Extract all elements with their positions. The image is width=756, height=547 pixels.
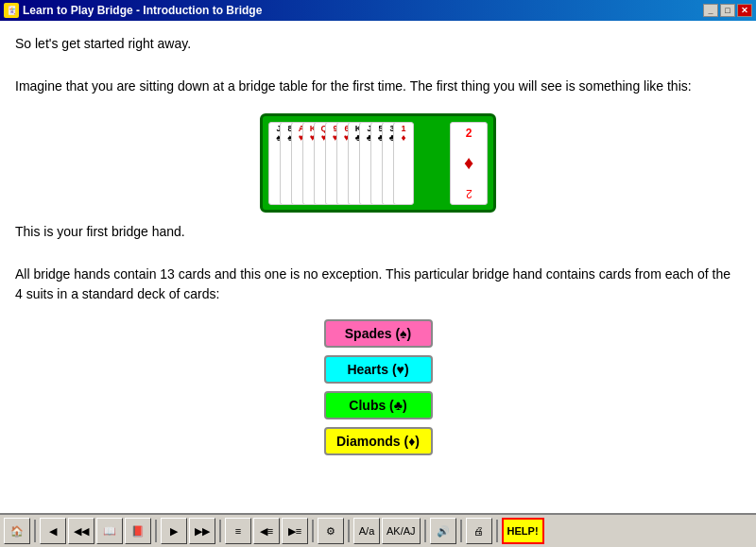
title-bar-left: 🃏 Learn to Play Bridge - Introduction to… [4,3,262,18]
paragraph-2: Imagine that you are sitting down at a b… [15,77,741,96]
tb-book2-button[interactable]: 📕 [125,518,151,544]
cards-fan: J ♠ 8 ♠ A ♥ K ♥ Q ♥ [268,122,414,205]
tb-home-button[interactable]: 🏠 [4,518,30,544]
title-bar-buttons: _ □ ✕ [703,4,752,17]
tb-back-button[interactable]: ◀ [40,518,66,544]
maximize-button[interactable]: □ [720,4,735,17]
main-content: So let's get started right away. Imagine… [0,21,756,513]
tb-list-button[interactable]: ≡ [225,518,251,544]
tb-sep-5 [348,520,350,542]
spades-button[interactable]: Spades (♠) [324,319,433,348]
tb-az-button[interactable]: A/a [353,518,380,544]
tb-sep-7 [460,520,462,542]
title-bar: 🃏 Learn to Play Bridge - Introduction to… [0,0,756,21]
paragraph-4: All bridge hands contain 13 cards and th… [15,265,741,304]
tb-list3-button[interactable]: ▶≡ [282,518,308,544]
card-hand: J ♠ 8 ♠ A ♥ K ♥ Q ♥ [260,113,496,213]
clubs-button[interactable]: Clubs (♣) [324,391,433,419]
app-icon: 🃏 [4,3,19,18]
tb-book-button[interactable]: 📖 [96,518,123,544]
card-hand-container: J ♠ 8 ♠ A ♥ K ♥ Q ♥ [15,113,741,213]
tb-sep-3 [219,520,221,542]
tb-sound-button[interactable]: 🔊 [430,518,456,544]
card-10-diamonds-partial: 1 ♦ [393,122,414,205]
tb-list2-button[interactable]: ◀≡ [253,518,280,544]
toolbar: 🏠 ◀ ◀◀ 📖 📕 ▶ ▶▶ ≡ ◀≡ ▶≡ ⚙ A/a AK/AJ 🔊 🖨 … [0,513,756,547]
tb-sep-8 [496,520,498,542]
tb-print-button[interactable]: 🖨 [466,518,492,544]
tb-sep-4 [312,520,314,542]
tb-fwd-button[interactable]: ▶ [161,518,187,544]
paragraph-1: So let's get started right away. [15,34,741,54]
card-2-diamonds: 2 ♦ 2 [450,122,488,205]
minimize-button[interactable]: _ [703,4,718,17]
help-button[interactable]: HELP! [502,518,544,544]
tb-sep-6 [424,520,426,542]
tb-gear-button[interactable]: ⚙ [318,518,344,544]
suit-buttons: Spades (♠) Hearts (♥) Clubs (♣) Diamonds… [15,319,741,455]
tb-az2-button[interactable]: AK/AJ [382,518,421,544]
tb-fwd2-button[interactable]: ▶▶ [189,518,215,544]
diamonds-button[interactable]: Diamonds (♦) [324,427,433,455]
hearts-button[interactable]: Hearts (♥) [324,355,433,384]
tb-sep-1 [34,520,36,542]
window-title: Learn to Play Bridge - Introduction to B… [23,4,262,17]
tb-back2-button[interactable]: ◀◀ [68,518,94,544]
close-button[interactable]: ✕ [737,4,752,17]
paragraph-3: This is your first bridge hand. [15,222,741,242]
tb-sep-2 [155,520,157,542]
